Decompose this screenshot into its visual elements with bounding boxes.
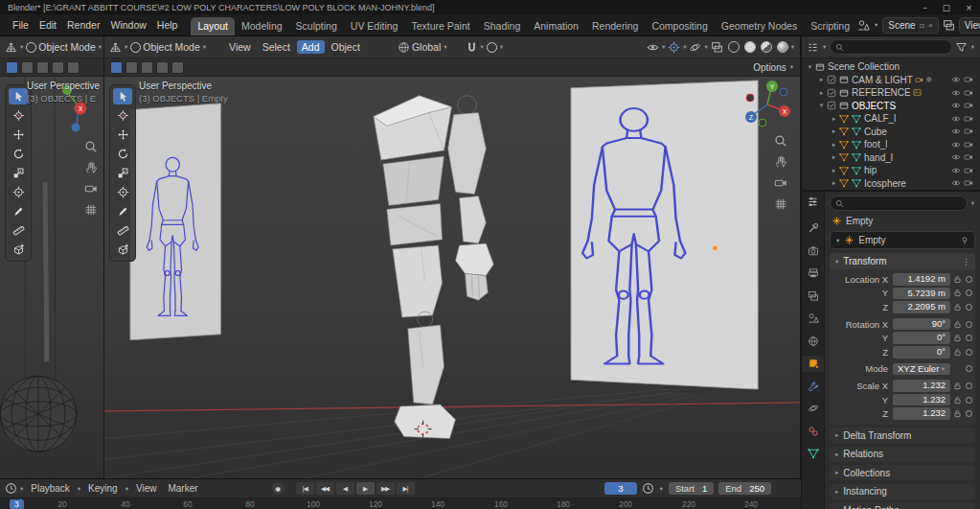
disable-render-icon[interactable] (964, 178, 973, 188)
section-collections[interactable]: ▸ Collections (830, 465, 975, 480)
editor-type-caret[interactable]: ▾ (19, 485, 24, 493)
object-name[interactable]: Cube (864, 127, 887, 137)
tab-tool[interactable] (802, 220, 824, 237)
rotation-mode-dropdown[interactable]: XYZ Euler▾ (893, 363, 950, 376)
tab-sculpting[interactable]: Sculpting (289, 17, 344, 35)
reference-plane-left[interactable] (130, 104, 221, 340)
animate-dot[interactable] (966, 410, 972, 417)
proportional-caret[interactable]: ▾ (499, 43, 504, 51)
tab-output[interactable] (802, 266, 824, 282)
editor-type-icon[interactable] (5, 41, 17, 54)
lock-icon[interactable] (953, 409, 962, 418)
rotation-z-field[interactable]: 0° (893, 346, 950, 359)
timeline-ruler[interactable]: 3 20 40 60 80 100 120 140 160 180 200 22… (0, 498, 801, 509)
editor-type-caret[interactable]: ▾ (19, 43, 24, 51)
exclude-checkbox-icon[interactable] (827, 101, 836, 110)
proportional-edit-icon[interactable] (487, 42, 497, 53)
location-x-field[interactable]: 1.4192 m (893, 273, 950, 286)
animate-dot[interactable] (966, 365, 972, 372)
tab-object-data[interactable] (802, 446, 824, 462)
mode-selector[interactable]: Object Mode (38, 41, 96, 53)
expand-icon[interactable]: ▸ (829, 115, 839, 123)
select-mode-invert-button[interactable] (156, 61, 169, 74)
select-tool-button[interactable] (113, 88, 132, 104)
lock-icon[interactable] (953, 348, 962, 357)
ortho-grid-icon[interactable] (774, 197, 787, 211)
viewlayer-selector[interactable]: ViewLayer × (959, 17, 980, 34)
location-y-field[interactable]: 5.7239 m (893, 288, 950, 300)
keying-caret[interactable]: ▾ (125, 485, 129, 493)
animate-dot[interactable] (966, 382, 972, 389)
menu-playback[interactable]: Playback (26, 482, 75, 495)
playhead[interactable]: 3 (10, 499, 24, 509)
tab-layout[interactable]: Layout (191, 17, 235, 35)
disable-render-icon[interactable] (964, 114, 973, 124)
minimize-button[interactable]: – (923, 3, 927, 12)
select-mode-new-button[interactable] (110, 61, 123, 74)
auto-key-button[interactable]: ● (272, 482, 285, 495)
mode-selector[interactable]: Object Mode (143, 41, 200, 53)
shading-wireframe-icon[interactable] (728, 41, 740, 53)
tab-constraints[interactable] (802, 423, 824, 439)
menu-render[interactable]: Render (62, 18, 104, 32)
editor-type-caret[interactable]: ▾ (124, 43, 128, 51)
animate-dot[interactable] (966, 335, 972, 341)
expand-icon[interactable]: ▸ (829, 141, 839, 149)
tab-rendering[interactable]: Rendering (585, 17, 645, 35)
search-input[interactable] (847, 42, 946, 53)
menu-window[interactable]: Window (105, 18, 150, 32)
disable-render-icon[interactable] (964, 152, 973, 162)
scale-tool-button[interactable] (113, 165, 132, 181)
hide-viewport-icon[interactable] (951, 140, 961, 150)
cursor-tool-button[interactable] (113, 107, 132, 124)
pin-icon[interactable] (960, 236, 969, 245)
disable-render-icon[interactable] (964, 75, 973, 84)
outliner-row-object[interactable]: ▸ hand_l (802, 151, 980, 165)
tab-object[interactable] (802, 356, 824, 372)
tab-modeling[interactable]: Modeling (235, 17, 289, 35)
object-name[interactable]: CALF_l (864, 113, 896, 124)
outliner-row-object[interactable]: ▸ CALF_l (802, 112, 980, 126)
new-scene-icon[interactable]: ▫ (920, 21, 924, 30)
section-relations[interactable]: ▸ Relations (830, 447, 975, 462)
snap-caret[interactable]: ▾ (480, 43, 485, 51)
outliner-row-object[interactable]: ▸ Cube (802, 126, 980, 139)
camera-view-icon[interactable] (84, 182, 98, 196)
pan-hand-icon[interactable] (774, 155, 787, 169)
menu-view[interactable]: View (224, 40, 256, 54)
collection-name[interactable]: OBJECTS (852, 101, 896, 111)
menu-help[interactable]: Help (152, 18, 183, 32)
animate-dot[interactable] (966, 276, 972, 283)
menu-select[interactable]: Select (258, 40, 295, 54)
scale-z-field[interactable]: 1.232 (893, 407, 950, 420)
outliner-row-collection-objects[interactable]: ▾ OBJECTS (802, 100, 980, 113)
expand-icon[interactable]: ▾ (805, 63, 815, 71)
sync-caret[interactable]: ▾ (659, 485, 664, 493)
menu-file[interactable]: File (8, 18, 34, 32)
viewport-secondary[interactable]: ▾ Object Mode ▾ Vi (0, 36, 104, 478)
object-name[interactable]: foot_l (864, 139, 887, 150)
collection-name[interactable]: CAM & LIGHT (852, 75, 913, 85)
exclude-checkbox-icon[interactable] (827, 75, 836, 84)
expand-icon[interactable]: ▸ (829, 153, 839, 161)
filter-funnel-icon[interactable] (955, 41, 968, 54)
snap-magnet-icon[interactable] (466, 41, 478, 54)
hide-viewport-icon[interactable] (951, 88, 961, 98)
disable-render-icon[interactable] (964, 101, 973, 110)
lock-icon[interactable] (953, 275, 962, 284)
hide-viewport-icon[interactable] (951, 114, 961, 124)
reference-plane-right[interactable] (571, 81, 758, 389)
add-cube-tool-button[interactable] (9, 242, 28, 258)
editor-type-caret[interactable]: ▾ (822, 43, 827, 51)
tab-geometry-nodes[interactable]: Geometry Nodes (715, 17, 804, 35)
outliner-row-object[interactable]: ▸ foot_l (802, 138, 980, 151)
zoom-icon[interactable] (84, 140, 98, 153)
exclude-checkbox-icon[interactable] (827, 88, 836, 98)
unlink-scene-icon[interactable]: × (928, 21, 933, 30)
tab-modifiers[interactable] (802, 378, 824, 394)
lock-icon[interactable] (953, 303, 962, 312)
search-options-caret[interactable]: ▾ (970, 199, 975, 207)
disable-render-icon[interactable] (964, 127, 973, 136)
cursor-tool-button[interactable] (9, 107, 28, 124)
navigation-gizmo[interactable]: X Y Z (742, 80, 792, 129)
